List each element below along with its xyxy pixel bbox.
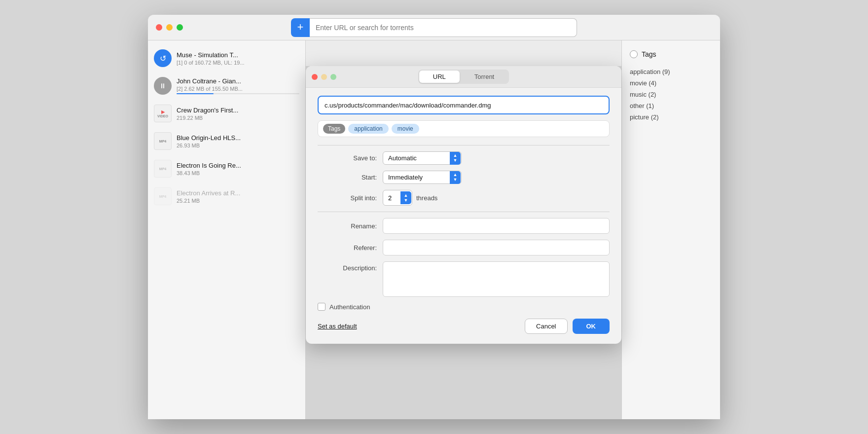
dialog-overlay: URL Torrent Tags application movie (306, 66, 621, 419)
set-default-link[interactable]: Set as default (318, 323, 357, 330)
download-icon-1: ↺ (154, 49, 172, 67)
chevron-up-icon-2: ▲ (453, 173, 458, 177)
download-info-5: Electron Is Going Re... 38.43 MB (177, 162, 299, 176)
threads-row: ▲ ▼ threads (383, 190, 437, 206)
split-into-label: Split into: (318, 194, 377, 202)
mp4-icon-2: MP4 (159, 167, 166, 171)
download-name-5: Electron Is Going Re... (177, 162, 299, 169)
download-info-2: John Coltrane - Gian... [2] 2.62 MB of 1… (177, 77, 299, 94)
pause-icon: ⏸ (159, 82, 166, 90)
description-input[interactable] (383, 261, 610, 297)
download-icon-6: MP4 (154, 187, 172, 205)
tags-radio[interactable] (630, 50, 638, 58)
download-item[interactable]: MP4 Electron Arrives at R... 25.21 MB (148, 182, 305, 210)
download-item[interactable]: MP4 Blue Origin-Led HLS... 26.93 MB (148, 127, 305, 155)
footer-buttons: Cancel OK (525, 319, 610, 334)
tags-row: Tags application movie (318, 120, 610, 137)
start-row: Start: Immediately ▲ ▼ (318, 171, 610, 184)
chevron-down-icon-2: ▼ (453, 178, 458, 182)
download-meta-4: 26.93 MB (177, 143, 299, 148)
split-into-row: Split into: ▲ ▼ threads (318, 190, 610, 206)
url-bar-area: + (291, 18, 577, 37)
tag-item-application[interactable]: application (9) (630, 66, 712, 77)
progress-fill-2 (177, 93, 214, 94)
tag-item-picture[interactable]: picture (2) (630, 111, 712, 123)
add-button[interactable]: + (291, 18, 310, 37)
center-panel: URL Torrent Tags application movie (306, 40, 621, 419)
download-list: ↺ Muse - Simulation T... [1] 0 of 160.72… (148, 40, 306, 419)
download-info-6: Electron Arrives at R... 25.21 MB (177, 189, 299, 204)
download-item[interactable]: ⏸ John Coltrane - Gian... [2] 2.62 MB of… (148, 72, 305, 100)
download-meta-3: 219.22 MB (177, 115, 299, 121)
chevron-down-icon: ▼ (453, 158, 458, 163)
save-to-select-wrapper: Automatic ▲ ▼ (383, 151, 462, 165)
download-icon-2: ⏸ (154, 77, 172, 95)
dialog-close-button[interactable] (312, 74, 318, 80)
authentication-checkbox[interactable] (318, 303, 326, 311)
rename-input[interactable] (383, 218, 610, 234)
tags-header: Tags (630, 50, 712, 58)
rename-label: Rename: (318, 222, 377, 230)
traffic-lights (156, 24, 183, 31)
download-name-3: Crew Dragon's First... (177, 107, 299, 114)
download-name-6: Electron Arrives at R... (177, 189, 299, 197)
chevron-up-icon: ▲ (453, 153, 458, 158)
plus-icon: + (297, 22, 304, 33)
video-icon: ▶ (161, 109, 165, 114)
tag-chip-application[interactable]: application (348, 124, 388, 134)
download-item[interactable]: ↺ Muse - Simulation T... [1] 0 of 160.72… (148, 44, 305, 72)
main-window: + ↺ Muse - Simulation T... [1] 0 of 160.… (148, 15, 720, 419)
rename-row: Rename: (318, 218, 610, 234)
tag-chip-movie[interactable]: movie (392, 124, 419, 134)
dialog-minimize-button[interactable] (321, 74, 327, 80)
tag-item-movie[interactable]: movie (4) (630, 77, 712, 89)
tags-label-button[interactable]: Tags (323, 124, 345, 134)
tab-torrent[interactable]: Torrent (461, 71, 508, 83)
start-stepper[interactable]: ▲ ▼ (450, 171, 461, 184)
dialog-body: Tags application movie Save to: Automati… (306, 88, 621, 311)
right-panel: Tags application (9) movie (4) music (2)… (621, 40, 720, 419)
divider-2 (318, 212, 610, 212)
ok-button[interactable]: OK (573, 319, 610, 334)
referer-row: Referer: (318, 240, 610, 255)
download-info-3: Crew Dragon's First... 219.22 MB (177, 107, 299, 121)
divider-1 (318, 145, 610, 145)
download-item[interactable]: MP4 Electron Is Going Re... 38.43 MB (148, 155, 305, 182)
tag-item-other[interactable]: other (1) (630, 100, 712, 111)
tags-title: Tags (642, 50, 656, 58)
download-meta-2: [2] 2.62 MB of 155.50 MB... (177, 86, 299, 92)
referer-input[interactable] (383, 240, 610, 255)
download-meta-1: [1] 0 of 160.72 MB, UL: 19... (177, 60, 299, 66)
download-icon-5: MP4 (154, 160, 172, 178)
title-bar: + (148, 15, 720, 40)
tab-switcher: URL Torrent (418, 70, 509, 84)
refresh-icon: ↺ (160, 54, 166, 63)
start-select-wrapper: Immediately ▲ ▼ (383, 171, 462, 184)
tab-url[interactable]: URL (419, 71, 460, 83)
minimize-button[interactable] (166, 24, 173, 31)
download-icon-3: ▶ VIDEO (154, 105, 172, 122)
start-label: Start: (318, 174, 377, 181)
close-button[interactable] (156, 24, 162, 31)
save-to-stepper[interactable]: ▲ ▼ (450, 152, 461, 165)
description-label: Description: (318, 264, 377, 272)
url-search-input[interactable] (310, 18, 577, 37)
dialog-maximize-button[interactable] (330, 74, 336, 80)
chevron-down-icon-3: ▼ (404, 198, 408, 203)
mp4-icon: MP4 (159, 140, 166, 143)
download-name-1: Muse - Simulation T... (177, 51, 299, 59)
mp4-icon-3: MP4 (159, 195, 166, 198)
cancel-button[interactable]: Cancel (525, 319, 567, 334)
download-icon-4: MP4 (154, 132, 172, 150)
tag-item-music[interactable]: music (2) (630, 89, 712, 100)
save-to-label: Save to: (318, 154, 377, 162)
download-item[interactable]: ▶ VIDEO Crew Dragon's First... 219.22 MB (148, 100, 305, 127)
maximize-button[interactable] (177, 24, 183, 31)
content-area: ↺ Muse - Simulation T... [1] 0 of 160.72… (148, 40, 720, 419)
threads-stepper[interactable]: ▲ ▼ (400, 191, 411, 204)
download-name-2: John Coltrane - Gian... (177, 77, 299, 85)
dialog-footer: Set as default Cancel OK (306, 319, 621, 334)
url-input-field[interactable] (318, 96, 610, 114)
download-meta-5: 38.43 MB (177, 170, 299, 176)
dialog: URL Torrent Tags application movie (306, 66, 621, 344)
